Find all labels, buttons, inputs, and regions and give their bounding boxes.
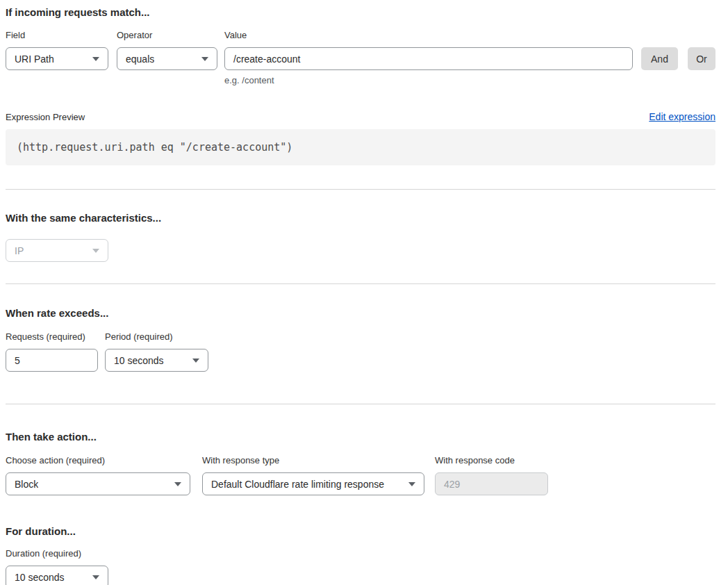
and-button[interactable]: And xyxy=(641,47,678,70)
characteristics-group: IP xyxy=(6,239,108,262)
rate-row: Requests (required) Period (required) 10… xyxy=(6,331,715,372)
section-title-duration: For duration... xyxy=(6,525,715,538)
value-helper-text: e.g. /content xyxy=(224,75,633,85)
operator-select[interactable]: equals xyxy=(117,47,217,70)
value-input[interactable] xyxy=(224,47,633,70)
match-builder-row: Field URI Path Operator equals Value e.g… xyxy=(6,30,715,85)
period-group: Period (required) 10 seconds xyxy=(105,331,208,372)
response-type-select-value: Default Cloudflare rate limiting respons… xyxy=(211,479,384,490)
duration-label: Duration (required) xyxy=(6,548,108,559)
section-title-action: Then take action... xyxy=(6,430,715,444)
expression-code: (http.request.uri.path eq "/create-accou… xyxy=(17,141,292,154)
value-group: Value e.g. /content xyxy=(224,30,633,85)
duration-group: Duration (required) 10 seconds xyxy=(6,548,108,585)
period-select[interactable]: 10 seconds xyxy=(105,349,208,372)
section-title-rate: When rate exceeds... xyxy=(6,306,715,320)
chevron-down-icon xyxy=(92,57,99,61)
period-select-value: 10 seconds xyxy=(114,355,164,366)
chevron-down-icon xyxy=(408,482,415,486)
field-select-value: URI Path xyxy=(15,53,54,65)
or-button[interactable]: Or xyxy=(688,47,715,70)
requests-label: Requests (required) xyxy=(6,331,98,342)
response-type-label: With response type xyxy=(202,455,424,465)
requests-group: Requests (required) xyxy=(6,331,98,372)
response-code-label: With response code xyxy=(435,455,548,465)
divider xyxy=(6,283,715,284)
response-code-group: With response code xyxy=(435,455,548,495)
response-type-group: With response type Default Cloudflare ra… xyxy=(202,455,424,495)
chevron-down-icon xyxy=(201,57,208,61)
requests-input[interactable] xyxy=(6,349,98,372)
chevron-down-icon xyxy=(192,359,199,363)
chevron-down-icon xyxy=(174,482,181,486)
duration-select-value: 10 seconds xyxy=(15,572,65,583)
operator-label: Operator xyxy=(117,30,217,40)
expression-preview-header: Expression Preview Edit expression xyxy=(6,111,715,122)
divider xyxy=(6,189,715,190)
operator-group: Operator equals xyxy=(117,30,217,70)
response-code-input xyxy=(435,472,548,495)
edit-expression-link[interactable]: Edit expression xyxy=(649,111,715,122)
characteristics-select-value: IP xyxy=(15,245,24,256)
choose-action-select[interactable]: Block xyxy=(6,472,190,495)
rate-limiting-rule-form: If incoming requests match... Field URI … xyxy=(0,0,728,585)
value-label: Value xyxy=(224,30,633,40)
expression-preview-label: Expression Preview xyxy=(6,112,85,122)
operator-select-value: equals xyxy=(126,53,154,65)
field-select[interactable]: URI Path xyxy=(6,47,108,70)
choose-action-select-value: Block xyxy=(15,479,38,490)
divider xyxy=(6,404,715,404)
and-or-group: And Or xyxy=(641,30,715,70)
duration-select[interactable]: 10 seconds xyxy=(6,566,108,585)
expression-preview-box: (http.request.uri.path eq "/create-accou… xyxy=(6,129,715,165)
field-group: Field URI Path xyxy=(6,30,108,70)
field-label: Field xyxy=(6,30,108,40)
choose-action-group: Choose action (required) Block xyxy=(6,455,190,495)
section-title-characteristics: With the same characteristics... xyxy=(6,211,715,225)
action-row: Choose action (required) Block With resp… xyxy=(6,455,715,495)
chevron-down-icon xyxy=(92,575,99,579)
section-title-match: If incoming requests match... xyxy=(6,6,715,19)
choose-action-label: Choose action (required) xyxy=(6,455,190,465)
response-type-select[interactable]: Default Cloudflare rate limiting respons… xyxy=(202,472,424,495)
period-label: Period (required) xyxy=(105,331,208,342)
chevron-down-icon xyxy=(92,249,99,253)
characteristics-select[interactable]: IP xyxy=(6,239,108,262)
